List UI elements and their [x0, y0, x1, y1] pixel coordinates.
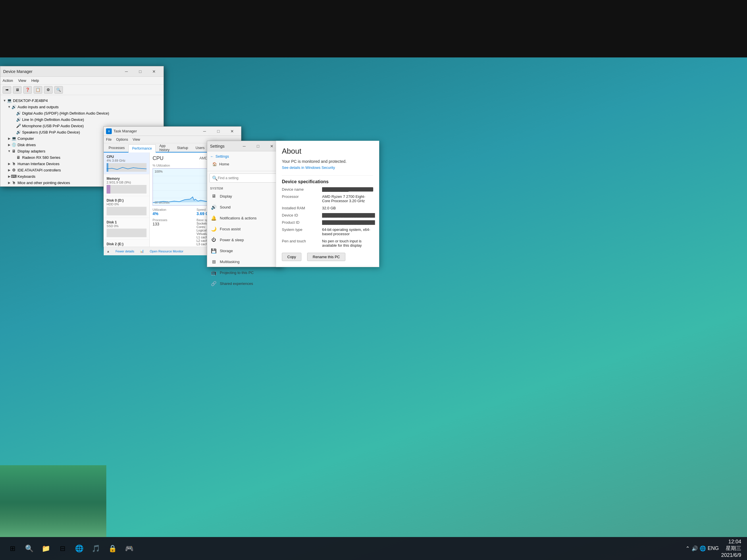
task-manager-minimize[interactable]: ─ — [198, 127, 211, 136]
settings-system-section: System — [207, 185, 281, 191]
cpu-title: CPU — [153, 155, 163, 161]
stat-utilization: Utilization 4% — [153, 208, 194, 216]
device-manager-controls: ─ □ ✕ — [120, 67, 161, 76]
settings-search-box[interactable]: 🔍 — [209, 174, 279, 183]
dm-toolbar-btn-5[interactable]: ⚙ — [44, 86, 53, 94]
clock-date: 2021/6/9 — [721, 552, 741, 559]
copy-button[interactable]: Copy — [282, 253, 301, 261]
settings-power[interactable]: ⏻ Power & sleep — [207, 234, 281, 245]
resource-disk1[interactable]: Disk 1 SSD 0% — [104, 218, 149, 240]
tab-performance[interactable]: Performance — [128, 144, 156, 153]
task-manager-titlebar: ≡ Task Manager ─ □ ✕ — [104, 127, 241, 136]
processor-value: AMD Ryzen 7 2700 Eight-Core Processor 3.… — [322, 194, 373, 203]
notifications-icon: 🔔 — [211, 215, 217, 221]
spec-device-name: Device name ██████████ — [282, 187, 373, 191]
open-resource-monitor-link[interactable]: Open Resource Monitor — [150, 249, 183, 253]
rename-button[interactable]: Rename this PC — [307, 253, 345, 261]
windows-specs-title: Windows specifications — [282, 266, 373, 267]
settings-maximize[interactable]: □ — [251, 142, 265, 151]
tab-users[interactable]: Users — [192, 144, 208, 152]
dm-toolbar-btn-3[interactable]: ❓ — [23, 86, 32, 94]
dm-toolbar-btn-1[interactable]: ➡ — [3, 86, 11, 94]
fewer-details-icon: ▲ — [107, 249, 110, 253]
resource-disk0[interactable]: Disk 0 (D:) HDD 0% — [104, 196, 149, 218]
device-manager-close[interactable]: ✕ — [147, 67, 161, 76]
dm-toolbar-btn-4[interactable]: 📋 — [34, 86, 42, 94]
back-arrow-icon: ← — [210, 154, 214, 159]
cpu-sparkline — [107, 163, 147, 172]
language-indicator[interactable]: ENG — [707, 545, 719, 551]
about-protected-text: Your PC is monitored and protected. — [282, 159, 373, 164]
settings-home[interactable]: 🏠 Home — [210, 160, 278, 168]
device-manager-toolbar: ➡ 🖥 ❓ 📋 ⚙ 🔍 — [0, 85, 163, 95]
resource-list: CPU 4% 3.69 GHz Memory 2.9/31.9 GB (9%) — [104, 153, 150, 247]
taskbar-clock[interactable]: 12:04 星期三 2021/6/9 — [721, 538, 741, 559]
resource-disk2[interactable]: Disk 2 (E:) HDD 0% — [104, 240, 149, 247]
dm-toolbar-btn-2[interactable]: 🖥 — [13, 86, 22, 94]
settings-display[interactable]: 🖥 Display — [207, 191, 281, 202]
resource-memory[interactable]: Memory 2.9/31.9 GB (9%) — [104, 174, 149, 196]
spec-device-id: Device ID ████████████████████ — [282, 213, 373, 217]
search-button[interactable]: 🔍 — [22, 542, 36, 555]
taskbar: ⊞ 🔍 📁 ⊟ 🌐 🎵 🔒 🎮 ⌃ 🔊 🌐 ENG 12:04 星期三 2021… — [0, 537, 747, 560]
settings-title-label: Settings — [215, 154, 229, 159]
resource-cpu[interactable]: CPU 4% 3.69 GHz — [104, 153, 149, 174]
stat-processes: Processes 133 — [153, 218, 194, 246]
device-name-value: ██████████ — [322, 187, 373, 191]
tab-app-history[interactable]: App history — [156, 144, 173, 152]
task-view-button[interactable]: 📁 — [39, 542, 53, 555]
clock-day: 星期三 — [721, 545, 741, 552]
file-explorer-button[interactable]: ⊟ — [56, 542, 70, 555]
settings-back[interactable]: ← Settings — [210, 154, 278, 159]
media-button[interactable]: 🎵 — [89, 542, 103, 555]
focus-icon: 🌙 — [211, 226, 217, 232]
dm-root[interactable]: ▼ 💻 DESKTOP-FJE4BP4 — [3, 97, 161, 104]
start-button[interactable]: ⊞ — [6, 542, 20, 555]
game-button[interactable]: 🎮 — [122, 542, 136, 555]
fewer-details-link[interactable]: Fewer details — [115, 249, 134, 253]
power-icon: ⏻ — [211, 237, 217, 243]
volume-icon[interactable]: 🔊 — [692, 545, 698, 552]
spec-product-id: Product ID ████████████████████ — [282, 220, 373, 224]
settings-storage[interactable]: 💾 Storage — [207, 245, 281, 256]
network-icon[interactable]: 🌐 — [700, 545, 706, 552]
dm-menu-action[interactable]: Action — [3, 78, 13, 83]
dm-digital-audio[interactable]: 🔊 Digital Audio (S/PDIF) (High Definitio… — [3, 110, 161, 116]
ram-value: 32.0 GB — [322, 206, 373, 210]
resource-monitor-icon: 📊 — [140, 249, 144, 253]
settings-minimize[interactable]: ─ — [238, 142, 251, 151]
edge-button[interactable]: 🌐 — [72, 542, 86, 555]
tm-menu-file[interactable]: File — [106, 138, 111, 141]
tab-startup[interactable]: Startup — [173, 144, 192, 152]
settings-notifications[interactable]: 🔔 Notifications & actions — [207, 213, 281, 223]
about-panel: About Your PC is monitored and protected… — [276, 141, 379, 267]
dm-menu-help[interactable]: Help — [31, 78, 39, 83]
settings-search-input[interactable] — [218, 176, 276, 180]
spec-processor: Processor AMD Ryzen 7 2700 Eight-Core Pr… — [282, 194, 373, 203]
settings-controls: ─ □ ✕ — [238, 142, 278, 151]
clock-time: 12:04 — [721, 538, 741, 545]
settings-projecting[interactable]: 📺 Projecting to this PC — [207, 267, 281, 278]
about-security-link[interactable]: See details in Windows Security — [282, 165, 373, 170]
task-manager-maximize[interactable]: □ — [212, 127, 225, 136]
device-manager-maximize[interactable]: □ — [134, 67, 147, 76]
settings-shared[interactable]: 🔗 Shared experiences — [207, 278, 281, 289]
taskbar-right: ⌃ 🔊 🌐 ENG 12:04 星期三 2021/6/9 — [686, 538, 741, 559]
dm-menu-view[interactable]: View — [18, 78, 26, 83]
desktop-wallpaper — [0, 465, 106, 537]
dm-toolbar-btn-6[interactable]: 🔍 — [54, 86, 63, 94]
task-manager-close[interactable]: ✕ — [226, 127, 239, 136]
settings-multitasking[interactable]: ⊞ Multitasking — [207, 256, 281, 267]
dm-audio-inputs[interactable]: ▼ 🔊 Audio inputs and outputs — [3, 104, 161, 110]
tray-chevron-icon[interactable]: ⌃ — [686, 545, 690, 552]
device-manager-minimize[interactable]: ─ — [120, 67, 133, 76]
sound-icon: 🔊 — [211, 204, 217, 210]
settings-sound[interactable]: 🔊 Sound — [207, 202, 281, 213]
tm-menu-options[interactable]: Options — [116, 138, 128, 141]
settings-focus[interactable]: 🌙 Focus assist — [207, 223, 281, 234]
dm-line-in[interactable]: 🔊 Line In (High Definition Audio Device) — [3, 116, 161, 123]
tm-menu-view[interactable]: View — [133, 138, 140, 141]
shared-icon: 🔗 — [211, 280, 217, 287]
security-button[interactable]: 🔒 — [106, 542, 120, 555]
tab-processes[interactable]: Processes — [105, 144, 128, 152]
